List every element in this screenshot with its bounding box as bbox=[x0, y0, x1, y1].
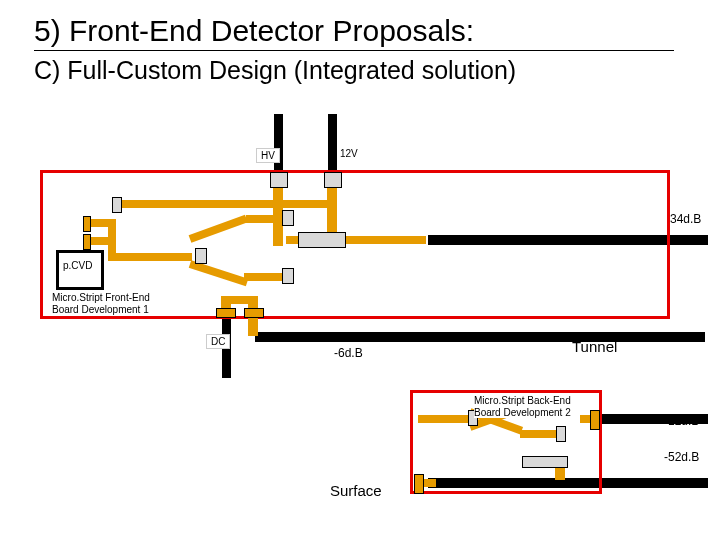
connector bbox=[282, 268, 294, 284]
trace bbox=[231, 296, 258, 304]
pcvd-label: p.CVD bbox=[63, 260, 92, 271]
att-52db-label: -52d.B bbox=[664, 450, 699, 464]
connector bbox=[522, 456, 568, 468]
connector bbox=[590, 410, 600, 430]
trace bbox=[520, 430, 560, 438]
trace bbox=[244, 273, 284, 281]
dc-label: DC bbox=[206, 334, 230, 349]
connector bbox=[83, 234, 91, 250]
trace bbox=[108, 253, 192, 261]
v12-label: 12V bbox=[340, 148, 358, 159]
page-title: 5) Front-End Detector Proposals: bbox=[34, 14, 674, 51]
tunnel-label: Tunnel bbox=[572, 338, 617, 355]
trace bbox=[418, 415, 473, 423]
gain-34db-label: 34d.B bbox=[670, 212, 701, 226]
page-subtitle: C) Full-Custom Design (Integrated soluti… bbox=[34, 56, 516, 85]
connector bbox=[83, 216, 91, 232]
att-12db-label: -12d.B bbox=[664, 414, 699, 428]
backend-board-label: Micro.Stript Back-End Board Development … bbox=[474, 395, 571, 418]
connector bbox=[244, 308, 264, 318]
connector bbox=[282, 210, 294, 226]
connector bbox=[270, 172, 288, 188]
connector bbox=[556, 426, 566, 442]
connector bbox=[216, 308, 236, 318]
hv-label: HV bbox=[256, 148, 280, 163]
surface-label: Surface bbox=[330, 482, 382, 499]
connector bbox=[195, 248, 207, 264]
connector bbox=[112, 197, 122, 213]
connector bbox=[324, 172, 342, 188]
connector bbox=[414, 474, 424, 494]
bus-tunnel bbox=[255, 332, 705, 342]
trace bbox=[118, 200, 334, 208]
frontend-board-label: Micro.Stript Front-End Board Development… bbox=[52, 292, 150, 315]
att-6db-label: -6d.B bbox=[334, 346, 363, 360]
connector bbox=[298, 232, 346, 248]
